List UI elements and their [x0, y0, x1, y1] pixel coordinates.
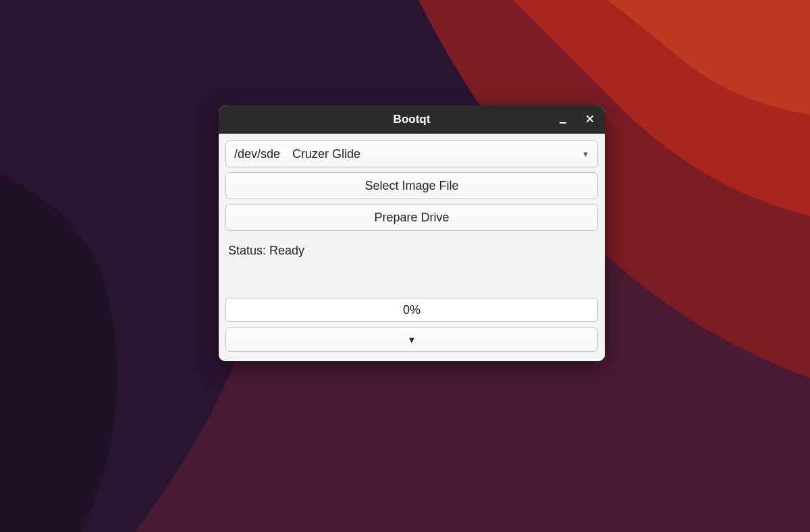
progress-bar: 0%	[225, 298, 598, 322]
app-window: Bootqt /dev/sde Cruzer Glide ▼	[219, 105, 605, 361]
chevron-down-icon: ▼	[582, 150, 589, 158]
minimize-icon	[559, 115, 567, 128]
minimize-button[interactable]	[556, 113, 570, 126]
select-image-label: Select Image File	[364, 179, 458, 193]
close-button[interactable]	[583, 113, 597, 126]
svg-rect-1	[560, 122, 566, 124]
titlebar-controls	[556, 105, 597, 134]
status-area: Status: Ready	[225, 236, 598, 298]
select-image-button[interactable]: Select Image File	[225, 172, 598, 199]
titlebar[interactable]: Bootqt	[219, 105, 605, 134]
prepare-drive-button[interactable]: Prepare Drive	[225, 204, 598, 231]
status-text: Status: Ready	[228, 244, 304, 257]
device-combobox[interactable]: /dev/sde Cruzer Glide ▼	[225, 140, 598, 167]
device-path: /dev/sde	[234, 147, 292, 161]
expander-button[interactable]: ▼	[225, 327, 598, 352]
chevron-down-icon: ▼	[408, 335, 416, 345]
progress-text: 0%	[403, 303, 421, 317]
window-body: /dev/sde Cruzer Glide ▼ Select Image Fil…	[219, 134, 605, 361]
prepare-drive-label: Prepare Drive	[374, 211, 449, 225]
close-icon	[586, 113, 594, 126]
device-name: Cruzer Glide	[292, 147, 582, 161]
window-title: Bootqt	[394, 113, 431, 126]
